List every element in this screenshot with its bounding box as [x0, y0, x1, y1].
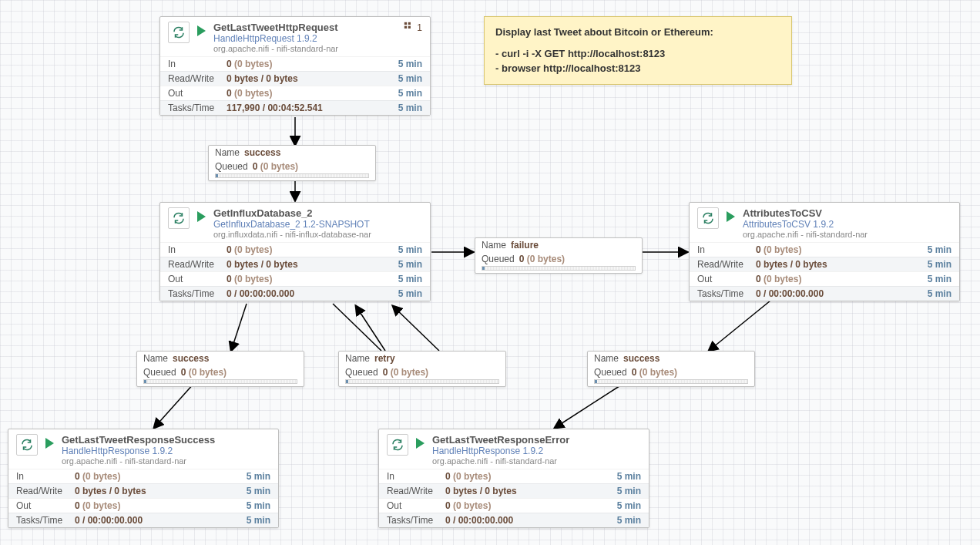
processor-type: HandleHttpResponse 1.9.2 [432, 446, 641, 456]
svg-line-10 [393, 306, 439, 351]
queue-bar [594, 379, 748, 384]
processor-type: AttributesToCSV 1.9.2 [743, 219, 951, 230]
processor-name: GetLastTweetResponseError [432, 434, 641, 446]
play-icon [416, 438, 425, 449]
svg-line-7 [709, 301, 770, 351]
processor-bundle: org.apache.nifi - nifi-standard-nar [62, 456, 270, 466]
note-line: - curl -i -X GET http://localhost:8123 [495, 46, 780, 62]
processor-icon [16, 434, 38, 456]
processor-name: AttributesToCSV [743, 207, 951, 219]
svg-line-6 [356, 306, 385, 351]
note-line: - browser http://localhost:8123 [495, 61, 780, 76]
processor-response-error[interactable]: GetLastTweetResponseError HandleHttpResp… [378, 429, 649, 528]
processor-icon [697, 207, 719, 229]
svg-line-4 [231, 304, 247, 351]
processor-name: GetLastTweetResponseSuccess [62, 434, 270, 446]
processor-type: GetInfluxDatabase_2 1.2-SNAPSHOT [213, 219, 422, 230]
connection-retry[interactable]: Nameretry Queued0 (0 bytes) [338, 351, 506, 387]
play-icon [197, 25, 206, 36]
svg-line-9 [333, 304, 381, 351]
note[interactable]: Display last Tweet about Bitcoin or Ethe… [484, 16, 792, 85]
processor-get-last-tweet-http-request[interactable]: GetLastTweetHttpRequest HandleHttpReques… [159, 16, 431, 116]
connection-success-3[interactable]: Namesuccess Queued0 (0 bytes) [587, 351, 755, 387]
processor-name: GetLastTweetHttpRequest [213, 22, 404, 33]
processor-bundle: org.apache.nifi - nifi-standard-nar [432, 456, 641, 466]
stat-label-tt: Tasks/Time [168, 103, 227, 113]
threads-icon [404, 22, 414, 34]
stat-label-out: Out [168, 88, 227, 99]
connection-success-1[interactable]: Namesuccess Queued0 (0 bytes) [208, 145, 376, 181]
processor-type: HandleHttpRequest 1.9.2 [213, 33, 404, 44]
svg-rect-11 [404, 22, 407, 25]
processor-icon [168, 207, 190, 229]
processor-response-success[interactable]: GetLastTweetResponseSuccess HandleHttpRe… [8, 429, 279, 528]
processor-bundle: org.influxdata.nifi - nifi-influx-databa… [213, 230, 422, 239]
stat-label-in: In [168, 59, 227, 69]
queue-bar [215, 173, 369, 178]
svg-rect-13 [404, 26, 407, 29]
processor-attributes-to-csv[interactable]: AttributesToCSV AttributesToCSV 1.9.2 or… [689, 202, 960, 301]
svg-line-8 [555, 383, 624, 428]
queue-bar [143, 379, 297, 384]
svg-line-5 [154, 383, 194, 428]
processor-name: GetInfluxDatabase_2 [213, 207, 422, 219]
processor-bundle: org.apache.nifi - nifi-standard-nar [213, 44, 404, 53]
connection-failure[interactable]: Namefailure Queued0 (0 bytes) [475, 237, 643, 274]
svg-rect-14 [408, 26, 411, 29]
svg-rect-12 [408, 22, 411, 25]
play-icon [727, 211, 735, 222]
stat-label-rw: Read/Write [168, 73, 227, 84]
threads-count: 1 [417, 22, 422, 33]
note-title: Display last Tweet about Bitcoin or Ethe… [495, 25, 780, 40]
processor-bundle: org.apache.nifi - nifi-standard-nar [743, 230, 951, 239]
play-icon [197, 211, 206, 222]
processor-icon [387, 434, 408, 456]
active-threads: 1 [404, 22, 422, 34]
processor-icon [168, 22, 190, 43]
play-icon [45, 438, 54, 449]
queue-bar [482, 266, 636, 271]
processor-type: HandleHttpResponse 1.9.2 [62, 446, 270, 456]
processor-get-influx-database[interactable]: GetInfluxDatabase_2 GetInfluxDatabase_2 … [159, 202, 431, 301]
queue-bar [345, 379, 499, 384]
connection-success-2[interactable]: Namesuccess Queued0 (0 bytes) [136, 351, 304, 387]
